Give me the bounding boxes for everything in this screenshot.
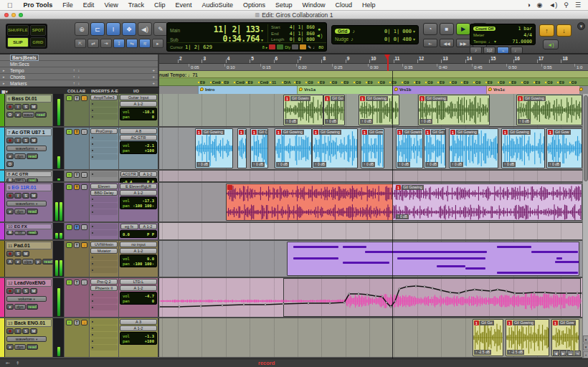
automation-read-button[interactable]: read [27,178,38,183]
insert-slot-empty[interactable] [90,325,118,331]
expand-arrow-icon[interactable]: ▸ [3,68,5,72]
vol-value[interactable]: -1.3 [145,334,154,338]
start-value[interactable]: 4| 1| 860 [288,24,315,30]
tab-to-transient-icon[interactable]: ⇤ [6,361,10,366]
chevron-down-icon[interactable]: ▾ [494,39,496,44]
record-enable-button[interactable] [6,104,14,110]
insert-slot-empty[interactable] [90,135,118,140]
collab-upload-button[interactable]: ↑ [66,129,72,135]
track-button-clps[interactable]: clps [22,259,34,264]
count-off-label[interactable]: Count Off [473,27,495,31]
add-icon[interactable]: + [152,81,155,85]
midi-note[interactable] [343,246,366,248]
audio-clip[interactable]: 1Gil Gow↑ 0 dB [546,128,582,168]
automation-read-button[interactable]: read [27,231,38,235]
track-name-row[interactable]: 9EG 11R.01 [6,184,52,191]
chord-symbol[interactable]: G9 [450,80,457,85]
mode-shuffle[interactable]: SHUFFLE [7,25,29,36]
track-button-p[interactable]: p [34,259,42,264]
menu-edit[interactable]: Edit [78,1,100,9]
audio-clip[interactable]: 1Gil Gowing↑ 0 dB [359,95,399,125]
grab-tool-icon[interactable]: ❖ [122,22,136,36]
audio-clip[interactable]: 1Gil Gowin↑ 0 dB [396,128,423,168]
marker-region-intro[interactable]: Intro [198,86,297,94]
insert-slot-empty[interactable] [90,305,118,310]
track-button-e[interactable]: e [14,259,22,264]
fast-forward-button[interactable]: ▶▶ [456,39,470,47]
track-lane[interactable] [159,241,582,277]
automation-read-button[interactable]: read [27,153,38,159]
output-selector[interactable]: A 1-2 [120,190,157,196]
count-off-value[interactable]: 1 bar [518,26,532,32]
ruler-label-chords[interactable]: ▸Chords↑↓+ [0,74,158,80]
track-name-row[interactable]: 11Pad.01 [6,242,52,249]
marker-pin-icon[interactable] [299,87,303,91]
automation-read-button[interactable]: read [35,112,47,118]
midi-note[interactable] [293,246,338,248]
insert-slot-empty[interactable] [90,338,118,344]
timeline-chip[interactable] [292,44,298,49]
ruler-label-bars-beats[interactable]: Bars|Beats [0,54,158,61]
track-button-a[interactable]: A [6,259,14,264]
pencil-tool-icon[interactable]: ✎ [153,22,168,36]
collab-download-button[interactable]: ↓ [81,320,87,325]
track-header[interactable]: 12LeadVoxENGISMvolume▾edynread [5,278,53,317]
track-view-selector[interactable]: volume▾ [6,296,47,302]
track-button-s[interactable]: S [22,104,29,110]
track-view-selector[interactable]: waveform▾ [6,201,47,206]
audio-clip[interactable]: 1Gil Gowin↑ 0 dB [283,95,323,125]
track-button-m[interactable]: M [6,231,14,235]
chord-symbol[interactable]: E9 [341,80,348,85]
collab-upload-button[interactable]: ↑ [66,320,72,325]
collab-download-button[interactable]: ↓ [81,280,87,285]
grid-label[interactable]: Grid [335,29,350,34]
track-button-e[interactable]: e [6,304,14,310]
collab-track-button[interactable]: T [74,320,80,325]
mode-slip[interactable]: SLIP [7,37,29,48]
grid-note-icon[interactable]: ♪ [352,29,355,34]
track-button-e[interactable]: e [6,344,14,350]
insert-slot[interactable]: UVIWrkstn [90,242,118,247]
track-header[interactable]: 9EG 11R.01ISMwaveform▾edynread [5,183,53,221]
pan-value[interactable]: +100 [145,339,154,343]
track-lane[interactable]: 1Gil Go↑ -2.5 dB1Gil Gowing↑ -2.5 dB1Gil… [159,318,582,357]
tempo-ruler[interactable]: Manual Tempo: ♩71 [159,71,588,78]
nudge-note-icon[interactable]: ♪ [351,37,354,42]
collab-download-button[interactable]: ↓ [81,242,87,248]
midi-clip[interactable] [287,242,579,276]
track-color-strip[interactable] [0,241,5,277]
chord-symbol[interactable]: D/A [282,80,290,85]
pre-roll-value[interactable]: 8 [262,45,265,49]
track-button-s[interactable]: S [22,288,29,294]
collab-track-button[interactable]: T [74,184,80,190]
midi-merge-chip[interactable] [300,44,306,49]
collab-download-button[interactable]: ↓ [81,172,87,178]
bars-beats-ruler[interactable]: 23456789101112131415161718 [159,54,588,64]
nudge-value[interactable]: 0| 0| 480 [384,37,412,42]
input-selector[interactable]: LTD.L [120,279,157,285]
midi-note[interactable] [465,267,485,270]
audition-button[interactable]: ◄) [543,39,559,49]
insert-slot-empty[interactable] [90,141,118,147]
pan-value[interactable]: ‹100 100› [133,204,154,208]
track-header[interactable]: 13Back ENG.01ISMwaveform▾edynread [5,318,53,357]
audio-clip[interactable]: 1Gil Gowing↑ 0 dB [195,128,233,168]
menu-view[interactable]: View [99,1,123,9]
menu-setup[interactable]: Setup [270,1,298,9]
chord-symbol[interactable]: E9 [557,80,564,85]
default-velocity-value[interactable]: 80 [318,45,323,49]
track-lane[interactable]: 1Gil Gowing↑ 0 dB [159,183,582,221]
collab-upload-button[interactable]: ↑ [66,95,72,101]
audio-clip[interactable]: 1Gil Gowing↑ 0 dB [312,128,358,168]
chord-symbol[interactable]: E9 [366,80,373,85]
chord-symbol[interactable]: E9 [414,80,421,85]
rewind-button[interactable]: ◀◀ [440,39,454,47]
insert-slot-empty[interactable] [90,148,118,153]
select-tool-icon[interactable]: I [106,22,120,36]
collab-download-button[interactable]: ↓ [81,224,87,230]
track-button-m[interactable]: M [30,288,37,294]
input-selector[interactable]: A 3 [120,319,157,325]
collab-track-button[interactable]: T [74,224,80,230]
collab-track-button[interactable]: T [74,129,80,135]
track-button-i[interactable]: I [14,328,22,334]
